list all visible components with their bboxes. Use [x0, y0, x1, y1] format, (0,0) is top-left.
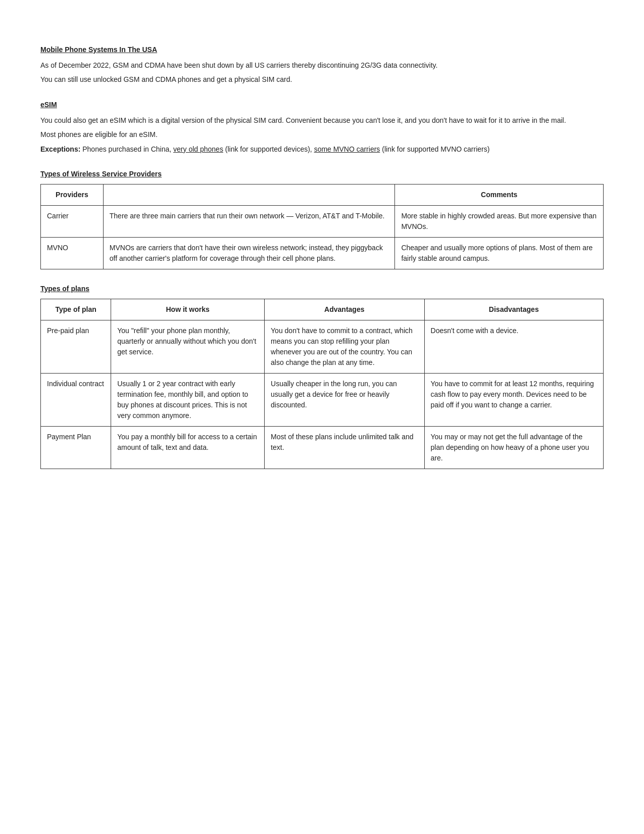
esim-exceptions: Exceptions: Phones purchased in China, v…	[40, 144, 604, 155]
mobile-heading: Mobile Phone Systems In The USA	[40, 45, 604, 54]
plan-type: Pre-paid plan	[41, 320, 111, 373]
wireless-heading: Types of Wireless Service Providers	[40, 170, 604, 178]
esim-section: eSIM You could also get an eSIM which is…	[40, 101, 604, 155]
plan-how: Usually 1 or 2 year contract with early …	[111, 373, 265, 426]
mobile-text1: As of December 2022, GSM and CDMA have b…	[40, 60, 604, 71]
plans-section: Types of plans Type of plan How it works…	[40, 285, 604, 469]
plans-header-how: How it works	[111, 299, 265, 320]
mobile-text2: You can still use unlocked GSM and CDMA …	[40, 74, 604, 85]
esim-text5: (link for supported MVNO carriers)	[380, 145, 489, 153]
plan-advantages: Usually cheaper in the long run, you can…	[265, 373, 424, 426]
wireless-provider: Carrier	[41, 205, 104, 237]
plans-table-header-row: Type of plan How it works Advantages Dis…	[41, 299, 604, 320]
wireless-header-desc	[103, 184, 395, 205]
plan-disadvantages: You have to commit for at least 12 month…	[424, 373, 603, 426]
plan-how: You pay a monthly bill for access to a c…	[111, 426, 265, 469]
mobile-section: Mobile Phone Systems In The USA As of De…	[40, 45, 604, 85]
plan-advantages: Most of these plans include unlimited ta…	[265, 426, 424, 469]
wireless-table-header-row: Providers Comments	[41, 184, 604, 205]
plan-disadvantages: Doesn't come with a device.	[424, 320, 603, 373]
plans-heading: Types of plans	[40, 285, 604, 293]
plan-advantages: You don't have to commit to a contract, …	[265, 320, 424, 373]
wireless-comments: More stable in highly crowded areas. But…	[395, 205, 604, 237]
wireless-table-row: MVNO MVNOs are carriers that don't have …	[41, 237, 604, 269]
wireless-description: MVNOs are carriers that don't have their…	[103, 237, 395, 269]
plan-type: Payment Plan	[41, 426, 111, 469]
plans-table-row: Individual contract Usually 1 or 2 year …	[41, 373, 604, 426]
wireless-table-row: Carrier There are three main carriers th…	[41, 205, 604, 237]
plan-type: Individual contract	[41, 373, 111, 426]
esim-heading: eSIM	[40, 101, 604, 109]
plan-how: You "refill" your phone plan monthly, qu…	[111, 320, 265, 373]
esim-link2[interactable]: some MVNO carriers	[314, 145, 380, 153]
esim-link1[interactable]: very old phones	[173, 145, 223, 153]
esim-text3: Phones purchased in China,	[80, 145, 173, 153]
wireless-header-comments: Comments	[395, 184, 604, 205]
esim-text1: You could also get an eSIM which is a di…	[40, 115, 604, 126]
wireless-header-providers: Providers	[41, 184, 104, 205]
wireless-table: Providers Comments Carrier There are thr…	[40, 184, 604, 269]
wireless-description: There are three main carriers that run t…	[103, 205, 395, 237]
esim-text2: Most phones are eligible for an eSIM.	[40, 129, 604, 140]
plans-table-row: Pre-paid plan You "refill" your phone pl…	[41, 320, 604, 373]
esim-exceptions-label: Exceptions:	[40, 145, 80, 153]
plans-header-advantages: Advantages	[265, 299, 424, 320]
wireless-comments: Cheaper and usually more options of plan…	[395, 237, 604, 269]
plan-disadvantages: You may or may not get the full advantag…	[424, 426, 603, 469]
wireless-provider: MVNO	[41, 237, 104, 269]
esim-text4: (link for supported devices),	[223, 145, 314, 153]
wireless-section: Types of Wireless Service Providers Prov…	[40, 170, 604, 269]
plans-header-disadvantages: Disadvantages	[424, 299, 603, 320]
plans-table-row: Payment Plan You pay a monthly bill for …	[41, 426, 604, 469]
plans-header-type: Type of plan	[41, 299, 111, 320]
plans-table: Type of plan How it works Advantages Dis…	[40, 299, 604, 469]
